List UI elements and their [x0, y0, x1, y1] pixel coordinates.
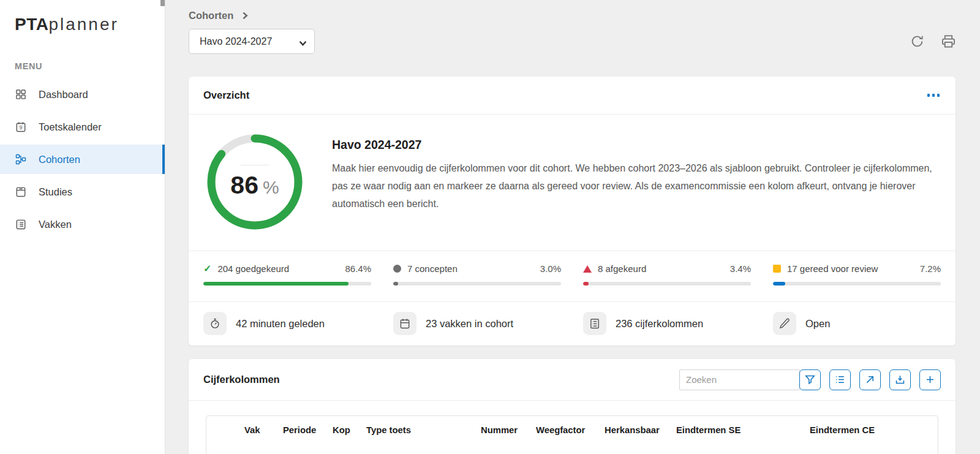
search-input[interactable] — [679, 369, 800, 390]
add-icon — [924, 374, 936, 385]
sidebar-item-studies[interactable]: Studies — [0, 177, 165, 206]
progress-bar — [393, 282, 561, 286]
add-button[interactable] — [919, 369, 941, 390]
menu-section-label: MENU — [15, 61, 150, 71]
app-logo: PTAplanner — [0, 0, 165, 34]
meta-label: 23 vakken in cohort — [426, 318, 513, 330]
filter-button[interactable] — [799, 369, 821, 390]
print-button[interactable] — [941, 34, 956, 48]
meta-label: 42 minuten geleden — [236, 318, 325, 330]
triangle-icon — [583, 265, 592, 273]
status-afgekeurd: 8 afgekeurd 3.4% — [583, 263, 751, 286]
list-box-icon — [15, 218, 27, 230]
progress-bar — [773, 282, 941, 286]
notebook-icon — [15, 186, 27, 198]
table-header-row: Vak Periode Kop Type toets Nummer Weegfa… — [206, 416, 938, 435]
download-button[interactable] — [889, 369, 911, 390]
donut-percent-sign: % — [263, 177, 279, 198]
meta-label: 236 cijferkolommen — [616, 318, 703, 330]
refresh-icon — [910, 34, 924, 48]
breadcrumb-chevron-icon — [241, 12, 249, 20]
status-percent: 86.4% — [345, 263, 371, 274]
column-header-herkansbaar[interactable]: Herkansbaar — [605, 425, 676, 435]
logo-bold: PTA — [15, 15, 48, 34]
progress-bar — [203, 282, 371, 286]
sidebar-item-dashboard[interactable]: Dashboard — [0, 80, 165, 109]
donut-keyline — [241, 165, 269, 165]
open-external-button[interactable] — [859, 369, 881, 390]
calendar-9-icon: 9 — [15, 121, 27, 133]
main-content: Cohorten Havo 2024-2027 — [165, 0, 980, 454]
cohort-description: Maak hier eenvoudig de cijferkolommen vo… — [332, 159, 941, 213]
status-progress-row: ✓ 204 goedgekeurd 86.4% 7 concepten 3.0%… — [189, 251, 956, 301]
circle-icon — [393, 265, 401, 273]
status-label: 8 afgekeurd — [598, 263, 646, 274]
square-icon — [773, 265, 781, 273]
breadcrumb-cohorten[interactable]: Cohorten — [189, 10, 233, 21]
status-concepten: 7 concepten 3.0% — [393, 263, 561, 286]
column-header-type-toets[interactable]: Type toets — [366, 425, 481, 435]
column-header-nummer[interactable]: Nummer — [481, 425, 536, 435]
logo-light: planner — [48, 15, 118, 34]
cohort-select-wrap: Havo 2024-2027 — [189, 29, 315, 54]
column-header-weegfactor[interactable]: Weegfactor — [536, 425, 605, 435]
sidebar-item-label: Toetskalender — [39, 121, 102, 133]
overview-card-title: Overzicht — [203, 89, 249, 101]
cijferkolommen-table: Vak Periode Kop Type toets Nummer Weegfa… — [206, 415, 938, 454]
sidebar-item-toetskalender[interactable]: 9 Toetskalender — [0, 112, 165, 142]
table-card-title: Cijferkolommen — [203, 374, 280, 385]
filter-icon — [804, 374, 816, 385]
grid-icon — [15, 88, 27, 100]
calendar-icon — [393, 312, 417, 335]
status-percent: 7.2% — [920, 263, 941, 274]
cohort-select[interactable]: Havo 2024-2027 — [189, 29, 315, 54]
column-header-vak[interactable]: Vak — [244, 425, 283, 435]
cohort-title: Havo 2024-2027 — [332, 138, 941, 152]
pencil-icon — [773, 312, 796, 335]
status-percent: 3.4% — [730, 263, 751, 274]
column-spacer — [206, 425, 244, 435]
sitemap-icon — [15, 153, 27, 165]
overview-card: Overzicht 86 % Havo 2024-2027 — [189, 77, 956, 346]
status-label: 17 gereed voor review — [787, 263, 878, 274]
progress-bar — [583, 282, 751, 286]
meta-vakken-count: 23 vakken in cohort — [393, 312, 561, 335]
breadcrumb: Cohorten — [189, 10, 956, 21]
column-header-kop[interactable]: Kop — [333, 425, 366, 435]
status-label: 204 goedgekeurd — [217, 263, 289, 274]
ellipsis-icon[interactable] — [926, 90, 941, 100]
sidebar-item-label: Vakken — [39, 219, 72, 230]
open-external-icon — [864, 374, 876, 385]
grid-list-icon — [583, 312, 606, 335]
cijferkolommen-card: Cijferkolommen — [189, 359, 956, 454]
status-label: 7 concepten — [407, 263, 458, 274]
sidebar-item-label: Cohorten — [39, 154, 80, 165]
download-icon — [894, 374, 906, 385]
table-toolbar — [679, 369, 941, 390]
meta-cijferkolommen-count: 236 cijferkolommen — [583, 312, 751, 335]
donut-percent-value: 86 — [230, 171, 258, 200]
refresh-button[interactable] — [910, 34, 924, 48]
sidebar-item-vakken[interactable]: Vakken — [0, 210, 165, 239]
svg-text:9: 9 — [20, 124, 23, 131]
scrollbar-thumb[interactable] — [160, 0, 165, 6]
column-header-periode[interactable]: Periode — [283, 425, 333, 435]
meta-status-open: Open — [773, 312, 941, 335]
sidebar: PTAplanner MENU Dashboard 9 Toetskalende… — [0, 0, 165, 454]
column-header-eindtermen-se[interactable]: Eindtermen SE — [676, 425, 810, 435]
completion-donut-chart: 86 % — [203, 131, 306, 233]
sidebar-item-label: Dashboard — [39, 89, 88, 100]
column-chooser-button[interactable] — [829, 369, 851, 390]
meta-label: Open — [805, 318, 830, 330]
sidebar-item-label: Studies — [39, 186, 72, 198]
sidebar-item-cohorten[interactable]: Cohorten — [0, 145, 165, 174]
status-percent: 3.0% — [540, 263, 561, 274]
column-header-eindtermen-ce[interactable]: Eindtermen CE — [810, 425, 875, 435]
list-icon — [834, 374, 846, 385]
check-icon: ✓ — [203, 264, 211, 274]
print-icon — [941, 34, 956, 48]
status-goedgekeurd: ✓ 204 goedgekeurd 86.4% — [203, 263, 371, 286]
meta-last-updated: 42 minuten geleden — [203, 312, 371, 335]
stopwatch-icon — [203, 312, 227, 335]
status-gereed-voor-review: 17 gereed voor review 7.2% — [773, 263, 941, 286]
